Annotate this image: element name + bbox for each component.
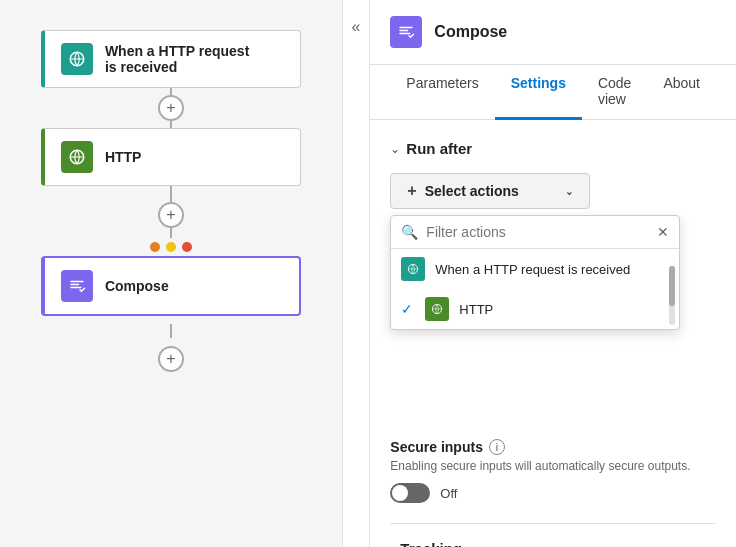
tracking-title: Tracking xyxy=(400,540,462,547)
chevron-down-icon: ⌄ xyxy=(565,186,573,197)
dropdown-item-label-1: When a HTTP request is received xyxy=(435,262,630,277)
scroll-indicator xyxy=(669,266,675,325)
connector-line-1 xyxy=(170,88,172,95)
tab-parameters[interactable]: Parameters xyxy=(390,65,494,120)
search-bar: 🔍 ✕ xyxy=(391,216,679,249)
toggle-label: Off xyxy=(440,486,457,501)
compose-icon-node xyxy=(61,270,93,302)
http-trigger-label: When a HTTP requestis received xyxy=(105,43,249,75)
dropdown-item-icon-teal xyxy=(401,257,425,281)
connector-2-area: + xyxy=(150,186,192,256)
filter-actions-input[interactable] xyxy=(426,224,649,240)
dropdown-item-http-trigger[interactable]: When a HTTP request is received xyxy=(391,249,679,289)
run-after-title: Run after xyxy=(406,140,472,157)
check-icon: ✓ xyxy=(401,301,413,317)
secure-inputs-toggle[interactable] xyxy=(390,483,430,503)
connector-line-2 xyxy=(170,121,172,128)
select-actions-button[interactable]: + Select actions ⌄ xyxy=(390,173,590,209)
dots-row xyxy=(150,242,192,252)
dot-yellow xyxy=(166,242,176,252)
dropdown-item-http[interactable]: ✓ HTTP xyxy=(391,289,679,329)
dot-orange xyxy=(150,242,160,252)
run-after-header[interactable]: ⌄ Run after xyxy=(390,140,716,157)
info-icon[interactable]: i xyxy=(489,439,505,455)
actions-dropdown: 🔍 ✕ When a HTTP request is received ✓ xyxy=(390,215,680,330)
dropdown-item-icon-green xyxy=(425,297,449,321)
compose-header-icon xyxy=(390,16,422,48)
run-after-chevron-icon: ⌄ xyxy=(390,142,400,156)
secure-inputs-section: Secure inputs i Enabling secure inputs w… xyxy=(390,439,716,503)
add-step-2[interactable]: + xyxy=(158,202,184,228)
compose-label: Compose xyxy=(105,278,169,294)
select-actions-container: + Select actions ⌄ 🔍 ✕ When xyxy=(390,173,670,209)
http-trigger-node[interactable]: When a HTTP requestis received xyxy=(41,30,301,88)
line-3 xyxy=(170,186,172,202)
content-area: ⌄ Run after + Select actions ⌄ 🔍 ✕ xyxy=(370,120,736,547)
add-step-bottom[interactable]: + xyxy=(158,346,184,372)
secure-inputs-label: Secure inputs xyxy=(390,439,483,455)
tracking-section[interactable]: › Tracking xyxy=(390,523,716,547)
tabs-bar: Parameters Settings Code view About xyxy=(370,65,736,120)
bottom-connector: + xyxy=(158,324,184,372)
http-action-icon xyxy=(61,141,93,173)
clear-search-icon[interactable]: ✕ xyxy=(657,224,669,240)
add-step-1[interactable]: + xyxy=(158,95,184,121)
dot-red xyxy=(182,242,192,252)
right-panel: Compose Parameters Settings Code view Ab… xyxy=(370,0,736,547)
tab-codeview[interactable]: Code view xyxy=(582,65,647,120)
panel-divider: « xyxy=(342,0,371,547)
http-trigger-icon xyxy=(61,43,93,75)
http-action-label: HTTP xyxy=(105,149,142,165)
line-5 xyxy=(170,324,172,338)
compose-node[interactable]: Compose xyxy=(41,256,301,316)
dropdown-list: When a HTTP request is received ✓ HTTP xyxy=(391,249,679,329)
connector-1: + xyxy=(158,88,184,128)
secure-inputs-title: Secure inputs i xyxy=(390,439,716,455)
collapse-arrow-icon[interactable]: « xyxy=(352,18,361,36)
scroll-thumb xyxy=(669,266,675,306)
flow-container: When a HTTP requestis received + HTTP + xyxy=(0,30,342,372)
dropdown-item-label-2: HTTP xyxy=(459,302,493,317)
http-action-node[interactable]: HTTP xyxy=(41,128,301,186)
toggle-knob xyxy=(392,485,408,501)
search-icon: 🔍 xyxy=(401,224,418,240)
toggle-row: Off xyxy=(390,483,716,503)
compose-header-title: Compose xyxy=(434,23,507,41)
secure-inputs-description: Enabling secure inputs will automaticall… xyxy=(390,459,716,473)
select-actions-label: Select actions xyxy=(425,183,519,199)
tracking-chevron-icon: › xyxy=(390,542,394,548)
left-panel: When a HTTP requestis received + HTTP + xyxy=(0,0,342,547)
tab-about[interactable]: About xyxy=(647,65,716,120)
tab-settings[interactable]: Settings xyxy=(495,65,582,120)
right-header: Compose xyxy=(370,0,736,65)
plus-icon: + xyxy=(407,182,416,200)
line-4 xyxy=(170,228,172,238)
